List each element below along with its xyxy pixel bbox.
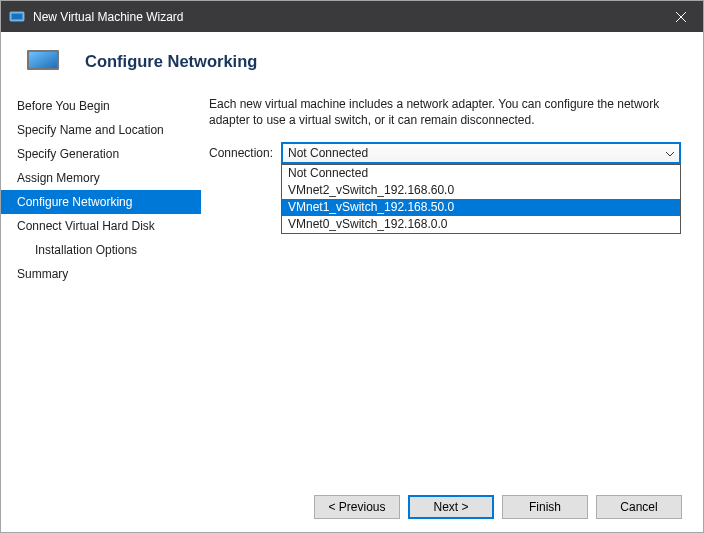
wizard-steps-sidebar: Before You BeginSpecify Name and Locatio… — [1, 86, 201, 496]
wizard-content: Each new virtual machine includes a netw… — [201, 86, 703, 496]
connection-combobox[interactable]: Not Connected — [281, 142, 681, 164]
next-button[interactable]: Next > — [408, 495, 494, 519]
chevron-down-icon — [666, 146, 674, 160]
window-title: New Virtual Machine Wizard — [33, 10, 658, 24]
previous-button[interactable]: < Previous — [314, 495, 400, 519]
finish-button[interactable]: Finish — [502, 495, 588, 519]
wizard-step[interactable]: Configure Networking — [1, 190, 201, 214]
wizard-step[interactable]: Connect Virtual Hard Disk — [1, 214, 201, 238]
svg-rect-1 — [12, 14, 22, 19]
wizard-header: Configure Networking — [1, 32, 703, 86]
connection-option[interactable]: VMnet0_vSwitch_192.168.0.0 — [282, 216, 680, 233]
connection-option[interactable]: VMnet1_vSwitch_192.168.50.0 — [282, 199, 680, 216]
wizard-step[interactable]: Assign Memory — [1, 166, 201, 190]
close-button[interactable] — [658, 1, 703, 32]
wizard-step[interactable]: Summary — [1, 262, 201, 286]
wizard-footer: < Previous Next > Finish Cancel — [0, 481, 704, 533]
connection-dropdown[interactable]: Not ConnectedVMnet2_vSwitch_192.168.60.0… — [281, 164, 681, 234]
connection-label: Connection: — [209, 142, 281, 160]
cancel-button[interactable]: Cancel — [596, 495, 682, 519]
page-title: Configure Networking — [85, 52, 257, 71]
connection-selected-value: Not Connected — [288, 146, 368, 160]
wizard-step[interactable]: Before You Begin — [1, 94, 201, 118]
svg-rect-4 — [29, 52, 57, 68]
wizard-step[interactable]: Specify Generation — [1, 142, 201, 166]
monitor-icon — [27, 50, 59, 72]
wizard-step[interactable]: Installation Options — [1, 238, 201, 262]
app-icon — [9, 9, 25, 25]
title-bar: New Virtual Machine Wizard — [1, 1, 703, 32]
description-text: Each new virtual machine includes a netw… — [209, 96, 681, 128]
wizard-step[interactable]: Specify Name and Location — [1, 118, 201, 142]
connection-option[interactable]: VMnet2_vSwitch_192.168.60.0 — [282, 182, 680, 199]
connection-option[interactable]: Not Connected — [282, 165, 680, 182]
connection-field: Connection: Not Connected Not ConnectedV… — [209, 142, 681, 164]
